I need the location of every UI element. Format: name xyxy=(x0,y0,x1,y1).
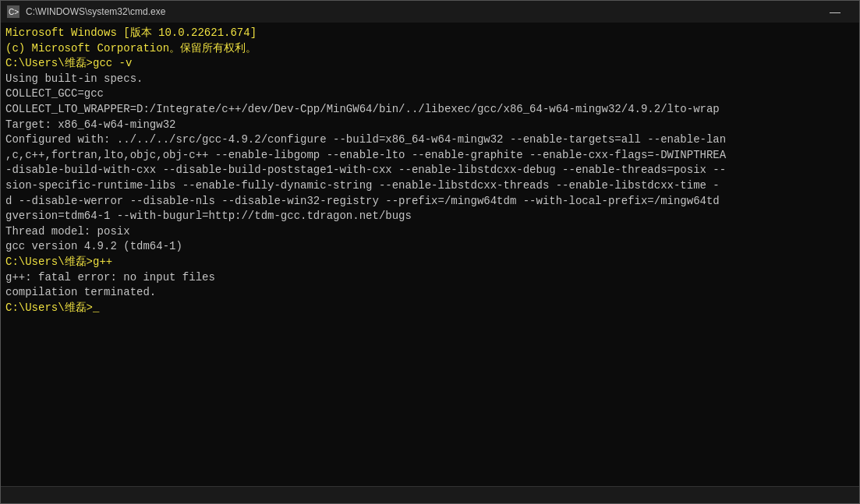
console-line: C:\Users\维磊>g++ xyxy=(5,255,855,270)
window-title: C:\WINDOWS\system32\cmd.exe xyxy=(26,6,165,17)
cmd-window: C> C:\WINDOWS\system32\cmd.exe — Microso… xyxy=(0,0,860,504)
console-line: ,c,c++,fortran,lto,objc,obj-c++ --enable… xyxy=(5,148,855,164)
cmd-icon: C> xyxy=(7,5,19,18)
console-line: Microsoft Windows [版本 10.0.22621.674] xyxy=(5,26,855,41)
console-line: C:\Users\维磊>gcc -v xyxy=(5,56,855,72)
console-line: (c) Microsoft Corporation。保留所有权利。 xyxy=(5,41,855,57)
minimize-button[interactable]: — xyxy=(817,1,853,23)
window-controls: — xyxy=(817,1,853,23)
console-line: Configured with: ../../../src/gcc-4.9.2/… xyxy=(5,132,855,148)
console-line: Target: x86_64-w64-mingw32 xyxy=(5,118,855,133)
console-line: sion-specific-runtime-libs --enable-full… xyxy=(5,178,855,194)
console-line: C:\Users\维磊>_ xyxy=(5,301,855,316)
console-line: COLLECT_LTO_WRAPPER=D:/Integrate/c++/dev… xyxy=(5,102,855,118)
console-output[interactable]: Microsoft Windows [版本 10.0.22621.674](c)… xyxy=(1,23,859,486)
title-bar: C> C:\WINDOWS\system32\cmd.exe — xyxy=(1,1,859,23)
bottom-bar xyxy=(1,486,859,503)
console-line: Thread model: posix xyxy=(5,224,855,240)
console-line: -disable-build-with-cxx --disable-build-… xyxy=(5,163,855,178)
console-line: Using built-in specs. xyxy=(5,72,855,87)
console-line: g++: fatal error: no input files xyxy=(5,270,855,286)
console-line: gcc version 4.9.2 (tdm64-1) xyxy=(5,239,855,255)
title-bar-left: C> C:\WINDOWS\system32\cmd.exe xyxy=(7,5,165,18)
console-line: gversion=tdm64-1 --with-bugurl=http://td… xyxy=(5,209,855,224)
console-line: COLLECT_GCC=gcc xyxy=(5,86,855,102)
console-line: d --disable-werror --disable-nls --disab… xyxy=(5,194,855,210)
console-line: compilation terminated. xyxy=(5,285,855,301)
svg-text:C>: C> xyxy=(9,8,19,16)
